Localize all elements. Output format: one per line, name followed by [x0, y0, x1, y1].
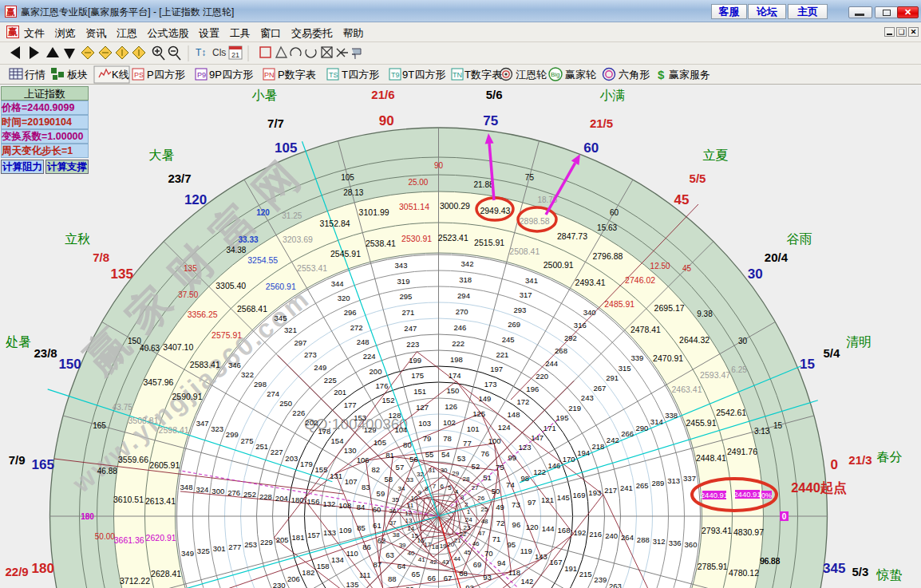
- svg-text:179: 179: [300, 460, 313, 468]
- svg-text:69: 69: [473, 560, 482, 569]
- svg-text:5/6: 5/6: [486, 88, 503, 101]
- svg-text:288: 288: [637, 535, 650, 544]
- svg-text:155: 155: [315, 465, 328, 474]
- svg-text:23: 23: [463, 524, 470, 531]
- svg-text:321: 321: [284, 326, 297, 334]
- svg-text:30: 30: [738, 337, 748, 345]
- svg-text:9.38: 9.38: [697, 310, 713, 318]
- svg-text:18: 18: [432, 543, 439, 551]
- svg-text:100: 100: [488, 436, 501, 445]
- svg-text:215: 215: [579, 570, 592, 578]
- svg-text:195: 195: [556, 413, 569, 422]
- svg-text:80: 80: [403, 440, 412, 449]
- svg-text:2515.91: 2515.91: [474, 238, 504, 247]
- svg-text:8: 8: [425, 485, 429, 492]
- svg-text:17: 17: [424, 541, 431, 548]
- svg-text:24: 24: [465, 516, 472, 523]
- svg-text:344: 344: [331, 279, 344, 288]
- svg-text:152: 152: [382, 396, 395, 404]
- svg-text:3559.66: 3559.66: [118, 455, 148, 464]
- svg-text:21: 21: [231, 51, 239, 59]
- svg-text:65: 65: [412, 570, 421, 578]
- svg-text:294: 294: [457, 291, 470, 300]
- svg-text:216: 216: [589, 530, 602, 539]
- svg-text:203: 203: [285, 454, 298, 463]
- svg-text:T数字表: T数字表: [464, 69, 502, 81]
- svg-text:86: 86: [362, 543, 371, 551]
- svg-text:37.50: 37.50: [178, 290, 198, 299]
- svg-text:3: 3: [460, 494, 464, 501]
- svg-text:22/9: 22/9: [5, 565, 28, 578]
- svg-text:2: 2: [464, 501, 468, 508]
- svg-text:126: 126: [445, 402, 457, 411]
- svg-text:314: 314: [650, 417, 663, 426]
- svg-text:124: 124: [498, 423, 511, 432]
- svg-text:120: 120: [184, 192, 207, 207]
- svg-text:Big: Big: [551, 71, 560, 78]
- svg-text:348: 348: [180, 483, 193, 491]
- svg-text:2440.91: 2440.91: [733, 490, 761, 499]
- svg-text:4830.97: 4830.97: [733, 527, 764, 537]
- svg-text:153: 153: [354, 413, 366, 422]
- svg-text:2538.41: 2538.41: [366, 239, 396, 248]
- svg-text:90: 90: [379, 113, 394, 128]
- svg-text:275: 275: [241, 436, 254, 445]
- svg-text:242: 242: [607, 436, 619, 444]
- svg-text:156: 156: [307, 497, 320, 506]
- svg-text:73: 73: [512, 500, 520, 509]
- svg-text:71: 71: [492, 535, 501, 543]
- svg-text:291: 291: [606, 373, 619, 382]
- svg-text:150: 150: [128, 337, 141, 345]
- svg-text:105: 105: [374, 438, 386, 447]
- svg-text:29: 29: [452, 470, 459, 477]
- svg-text:111: 111: [359, 570, 370, 579]
- svg-text:5/3: 5/3: [852, 565, 868, 578]
- svg-text:295: 295: [399, 292, 412, 301]
- svg-text:TS: TS: [329, 71, 338, 79]
- svg-text:130: 130: [344, 446, 357, 455]
- svg-text:144: 144: [542, 524, 555, 533]
- svg-text:105: 105: [275, 140, 297, 156]
- svg-text:2785.91: 2785.91: [698, 562, 728, 571]
- svg-text:319: 319: [397, 277, 410, 286]
- svg-text:2613.41: 2613.41: [145, 496, 176, 506]
- svg-text:23/8: 23/8: [34, 346, 57, 360]
- svg-text:129: 129: [364, 425, 377, 434]
- svg-text:62: 62: [377, 536, 386, 545]
- svg-text:292: 292: [564, 333, 577, 342]
- svg-text:39: 39: [399, 542, 406, 549]
- svg-text:79: 79: [423, 434, 432, 443]
- svg-text:318: 318: [459, 275, 472, 284]
- svg-text:33: 33: [406, 476, 413, 483]
- svg-text:151: 151: [413, 387, 426, 396]
- svg-text:3203.69: 3203.69: [283, 235, 313, 244]
- svg-text:2605.91: 2605.91: [149, 460, 180, 470]
- svg-text:97: 97: [528, 498, 536, 507]
- svg-text:23/7: 23/7: [168, 172, 191, 185]
- svg-text:339: 339: [630, 353, 643, 362]
- svg-text:123: 123: [519, 443, 532, 452]
- svg-text:64: 64: [397, 562, 406, 570]
- svg-text:3254.55: 3254.55: [247, 255, 278, 265]
- svg-text:218: 218: [591, 442, 604, 451]
- svg-text:T9: T9: [391, 71, 400, 79]
- svg-text:125: 125: [472, 409, 485, 418]
- svg-text:200: 200: [370, 367, 382, 376]
- svg-text:21/6: 21/6: [371, 88, 394, 101]
- svg-text:202: 202: [305, 418, 318, 427]
- svg-text:180: 180: [291, 495, 304, 504]
- svg-text:222: 222: [452, 339, 464, 348]
- svg-text:2553.41: 2553.41: [297, 263, 327, 273]
- svg-text:25: 25: [480, 506, 488, 513]
- svg-text:346: 346: [228, 361, 241, 369]
- svg-text:241: 241: [620, 483, 633, 492]
- svg-text:40.63: 40.63: [140, 344, 160, 353]
- svg-text:253: 253: [244, 540, 257, 549]
- svg-text:267: 267: [593, 384, 606, 393]
- svg-text:75: 75: [525, 173, 535, 182]
- svg-text:江恩轮: 江恩轮: [516, 69, 547, 81]
- svg-text:316: 316: [574, 321, 587, 330]
- svg-text:192: 192: [573, 528, 586, 537]
- svg-text:323: 323: [211, 424, 223, 433]
- svg-text:120: 120: [526, 523, 539, 531]
